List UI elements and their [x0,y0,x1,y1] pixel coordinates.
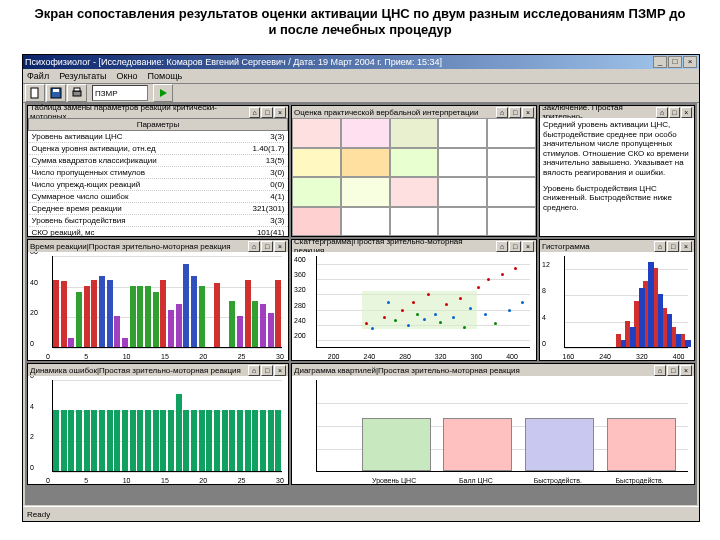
panel-max-icon[interactable]: □ [667,365,679,376]
panel-max-icon[interactable]: □ [509,241,521,252]
panel-heatgrid: Оценка практической вербальной интерпрет… [291,105,537,237]
table-row: Уровень быстродействия3(3) [29,215,288,227]
panel-close-icon[interactable]: × [274,365,286,376]
chart-area: 04812160240320400 [540,252,694,360]
panel-pin-icon[interactable]: ⌂ [656,107,667,118]
panel-close-icon[interactable]: × [522,107,534,118]
close-button[interactable]: × [683,56,697,68]
toolbar-run-icon[interactable] [153,84,173,102]
table-row: СКО реакций, мс101(41) [29,227,288,237]
chart-area: Уровень ЦНСБалл ЦНСБыстродейств.Быстроде… [292,376,694,484]
minimize-button[interactable]: _ [653,56,667,68]
interpretation-text: Средний уровень активации ЦНС, быстродей… [540,118,694,236]
panel-max-icon[interactable]: □ [261,107,273,118]
panel-error-bars: Динамика ошибок|Простая зрительно-моторн… [27,363,289,485]
svg-rect-3 [73,91,81,96]
panel-close-icon[interactable]: × [274,107,286,118]
heat-grid [292,118,536,236]
panel-title: Время реакции|Простая зрительно-моторная… [30,242,231,251]
panel-title: Динамика ошибок|Простая зрительно-моторн… [30,366,241,375]
titlebar: Психофизиолог - [Исследование: Комаров Е… [23,55,699,69]
panel-close-icon[interactable]: × [681,107,692,118]
panel-max-icon[interactable]: □ [261,365,273,376]
chart-area: 0204060051015202530 [28,252,288,360]
menu-file[interactable]: Файл [27,71,49,81]
panel-title: Оценка практической вербальной интерпрет… [294,108,478,117]
panel-scatter: Скаттерграмма|Простая зрительно-моторная… [291,239,537,361]
svg-rect-2 [53,89,59,92]
table-row: Оценка уровня активации, отн.ед1.40(1.7) [29,143,288,155]
panel-max-icon[interactable]: □ [669,107,680,118]
chart-area: 200240280320360400200240280320360400 [292,252,536,360]
svg-rect-0 [31,88,38,98]
menu-view[interactable]: Результаты [59,71,106,81]
panel-quartiles: Диаграмма квартилей|Простая зрительно-мо… [291,363,695,485]
panel-title: Диаграмма квартилей|Простая зрительно-мо… [294,366,520,375]
table-row: Сумма квадратов классификации13(5) [29,155,288,167]
page-caption: Экран сопоставления результатов оценки а… [0,0,720,43]
application-window: Психофизиолог - [Исследование: Комаров Е… [22,54,700,522]
panel-reaction-bars: Время реакции|Простая зрительно-моторная… [27,239,289,361]
table-header: Параметры [29,119,288,131]
toolbar-scheme-combo[interactable]: ПЗМР [92,85,148,101]
panel-max-icon[interactable]: □ [667,241,679,252]
panel-title: Гистограмма [542,242,590,251]
toolbar-print-icon[interactable] [67,84,87,102]
panel-max-icon[interactable]: □ [261,241,273,252]
panel-max-icon[interactable]: □ [509,107,521,118]
panel-pin-icon[interactable]: ⌂ [248,365,260,376]
parameters-table: Параметры Уровень активации ЦНС3(3)Оценк… [28,118,288,236]
panel-param-table: Таблица замены параметров реакции критич… [27,105,289,237]
toolbar: ПЗМР [23,84,699,103]
toolbar-new-icon[interactable] [25,84,45,102]
panel-close-icon[interactable]: × [274,241,286,252]
titlebar-text: Психофизиолог - [Исследование: Комаров Е… [25,57,442,67]
table-row: Суммарное число ошибок4(1) [29,191,288,203]
chart-area: 0246051015202530 [28,376,288,484]
panel-histogram: Гистограмма⌂□× 04812160240320400 [539,239,695,361]
panel-close-icon[interactable]: × [522,241,534,252]
menubar: Файл Результаты Окно Помощь [23,69,699,84]
menu-window[interactable]: Окно [117,71,138,81]
mdi-area: Таблица замены параметров реакции критич… [25,103,697,505]
svg-rect-4 [74,88,80,91]
panel-pin-icon[interactable]: ⌂ [248,241,260,252]
table-row: Уровень активации ЦНС3(3) [29,131,288,143]
panel-close-icon[interactable]: × [680,365,692,376]
panel-pin-icon[interactable]: ⌂ [496,107,508,118]
toolbar-save-icon[interactable] [46,84,66,102]
table-row: Число пропущенных стимулов3(0) [29,167,288,179]
table-row: Число упрежд-ющих реакций0(0) [29,179,288,191]
panel-interpretation: Заключение. Простая зрительно-⌂□× Средни… [539,105,695,237]
svg-marker-5 [160,89,167,97]
panel-pin-icon[interactable]: ⌂ [654,365,666,376]
menu-help[interactable]: Помощь [147,71,182,81]
panel-pin-icon[interactable]: ⌂ [249,107,261,118]
panel-pin-icon[interactable]: ⌂ [654,241,666,252]
maximize-button[interactable]: □ [668,56,682,68]
statusbar: Ready [23,506,699,521]
panel-pin-icon[interactable]: ⌂ [496,241,508,252]
panel-close-icon[interactable]: × [680,241,692,252]
table-row: Среднее время реакции321(301) [29,203,288,215]
